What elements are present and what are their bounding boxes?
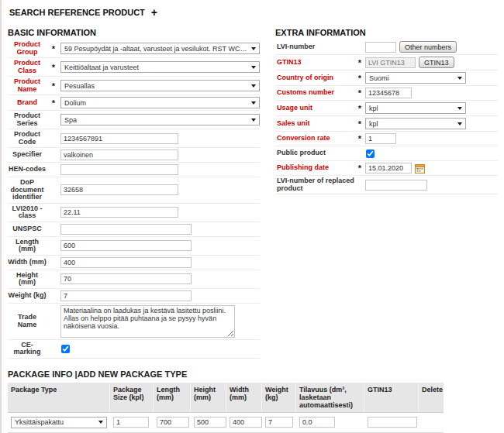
add-new-package-type-link[interactable]: |ADD NEW PACKAGE TYPE: [75, 369, 188, 379]
chevron-down-icon: [457, 107, 462, 110]
package-tilavuus-input[interactable]: [299, 417, 335, 428]
ce-marking-checkbox[interactable]: [61, 345, 70, 353]
product-series-label: Product Series: [8, 112, 47, 127]
row-product-group: Product Group * 59 Pesupöydät ja -altaat…: [8, 40, 260, 58]
brand-select[interactable]: Dolium: [60, 97, 260, 108]
width-input[interactable]: [60, 257, 192, 268]
row-ce-marking: CE-marking: [8, 340, 260, 359]
row-conversion-rate: Conversion rate *: [275, 132, 498, 146]
specifier-label: Specifier: [8, 151, 47, 159]
package-gtin13-input[interactable]: [368, 417, 417, 428]
length-label: Length (mm): [8, 239, 47, 253]
required-asterisk: *: [47, 98, 60, 108]
row-publishing-date: Publishing date *: [275, 161, 498, 176]
product-series-select[interactable]: Spa: [60, 114, 260, 125]
package-width-input[interactable]: [230, 417, 262, 428]
col-weight: Weight (kg): [262, 383, 296, 412]
calendar-icon[interactable]: [415, 163, 425, 174]
col-width: Width (mm): [226, 383, 262, 412]
row-weight: Weight (kg): [8, 289, 260, 304]
trade-name-label: Trade Name: [8, 314, 47, 328]
chevron-down-icon: [251, 47, 256, 50]
package-size-input[interactable]: [113, 417, 149, 428]
package-weight-input[interactable]: [265, 417, 293, 428]
required-asterisk: *: [354, 58, 365, 67]
product-code-input[interactable]: [60, 133, 178, 144]
package-info-header: PACKAGE INFO |ADD NEW PACKAGE TYPE: [8, 369, 498, 379]
country-of-origin-label: Country of origin: [275, 74, 354, 82]
dop-document-identifier-input[interactable]: [60, 184, 178, 195]
height-label: Height (mm): [8, 272, 47, 287]
conversion-rate-input[interactable]: [365, 133, 396, 144]
required-asterisk: *: [47, 63, 60, 72]
gtin13-button[interactable]: GTIN13: [419, 57, 454, 68]
country-of-origin-select[interactable]: Suomi: [365, 72, 466, 84]
other-numbers-button[interactable]: Other numbers: [399, 41, 457, 53]
col-delete: Delete: [419, 383, 444, 412]
weight-input[interactable]: [60, 290, 192, 301]
search-reference-product-title: SEARCH REFERENCE PRODUCT: [9, 8, 145, 17]
row-sales-unit: Sales unit * kpl: [275, 116, 498, 132]
col-package-size: Package Size (kpl): [110, 383, 154, 412]
usage-unit-label: Usage unit: [275, 105, 354, 112]
brand-label: Brand: [8, 99, 47, 107]
unspsc-input[interactable]: [60, 224, 192, 235]
row-product-class: Product Class * Keittiöaltaat ja varuste…: [8, 58, 260, 77]
length-input[interactable]: [60, 240, 192, 251]
unspsc-label: UNSPSC: [8, 225, 47, 233]
col-length: Length (mm): [154, 383, 191, 412]
extra-information-section: EXTRA INFORMATION LVI-number Other numbe…: [275, 28, 498, 194]
row-trade-name: Trade Name Materiaalina on laadukas ja k…: [8, 304, 260, 340]
row-specifier: Specifier: [8, 148, 260, 163]
search-reference-product-header[interactable]: SEARCH REFERENCE PRODUCT +: [9, 8, 498, 17]
customs-number-label: Customs number: [275, 89, 354, 97]
chevron-down-icon: [251, 101, 256, 105]
weight-label: Weight (kg): [8, 292, 47, 300]
required-asterisk: *: [354, 134, 365, 143]
product-group-label: Product Group: [8, 41, 47, 56]
col-package-type: Package Type: [8, 383, 110, 412]
required-asterisk: *: [47, 44, 60, 53]
height-input[interactable]: [60, 273, 192, 284]
row-lvi-number-replaced: LVI-number of replaced product: [275, 176, 498, 194]
product-code-label: Product Code: [8, 131, 47, 146]
package-type-select[interactable]: Yksittäispakattu: [11, 417, 107, 428]
chevron-down-icon: [251, 66, 256, 69]
plus-icon[interactable]: +: [151, 9, 157, 16]
lvi-number-replaced-label: LVI-number of replaced product: [275, 177, 354, 192]
package-length-input[interactable]: [157, 417, 189, 428]
basic-information-title: BASIC INFORMATION: [8, 28, 260, 37]
sales-unit-select[interactable]: kpl: [365, 118, 466, 129]
required-asterisk: *: [354, 119, 365, 129]
publishing-date-input[interactable]: [365, 163, 412, 174]
specifier-input[interactable]: [60, 149, 178, 160]
row-dop-document-identifier: DoP document identifier: [8, 177, 260, 204]
package-height-input[interactable]: [194, 417, 226, 428]
row-width: Width (mm): [8, 256, 260, 270]
hen-codes-input[interactable]: [60, 164, 178, 175]
product-name-label: Product Name: [8, 78, 47, 93]
customs-number-input[interactable]: [365, 88, 412, 98]
row-public-product: Public product: [275, 146, 498, 161]
row-hen-codes: HEN-codes: [8, 163, 260, 177]
product-group-select[interactable]: 59 Pesupöydät ja -altaat, varusteet ja v…: [60, 43, 260, 54]
col-height: Height (mm): [191, 383, 226, 412]
row-product-name: Product Name * Pesuallas: [8, 77, 260, 95]
trade-name-textarea[interactable]: Materiaalina on laadukas ja kestävä lasi…: [60, 305, 235, 338]
chevron-down-icon: [251, 119, 256, 122]
row-gtin13: GTIN13 * GTIN13: [275, 55, 498, 70]
product-class-select[interactable]: Keittiöaltaat ja varusteet: [60, 61, 260, 73]
required-asterisk: *: [354, 163, 365, 173]
required-asterisk: *: [47, 81, 60, 91]
product-name-select[interactable]: Pesuallas: [60, 80, 260, 91]
lvi-number-replaced-input[interactable]: [365, 180, 427, 191]
product-class-label: Product Class: [8, 60, 47, 74]
usage-unit-select[interactable]: kpl: [365, 102, 466, 114]
lvi2010-class-input[interactable]: [60, 207, 178, 218]
row-unspsc: UNSPSC: [8, 222, 260, 237]
lvi-number-input[interactable]: [365, 42, 396, 53]
lvi-number-label: LVI-number: [275, 43, 354, 51]
package-table-header: Package Type Package Size (kpl) Length (…: [8, 383, 444, 413]
public-product-checkbox[interactable]: [366, 149, 375, 158]
col-tilavuus: Tilavuus (dm³, lasketaan automaattisesti…: [296, 383, 364, 412]
